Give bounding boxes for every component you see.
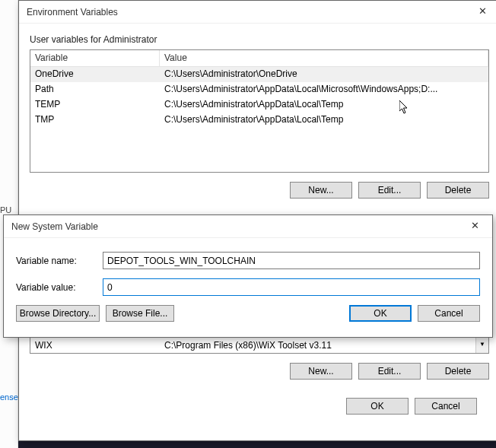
dialog-footer: OK Cancel xyxy=(19,389,496,424)
user-variables-section: User variables for Administrator Variabl… xyxy=(19,24,496,173)
sys-edit-button[interactable]: Edit... xyxy=(358,363,421,380)
browse-file-button[interactable]: Browse File... xyxy=(106,305,174,322)
system-variables-list[interactable]: WIXC:\Program Files (x86)\WiX Toolset v3… xyxy=(30,337,489,354)
titlebar[interactable]: New System Variable ✕ xyxy=(4,215,492,238)
user-edit-button[interactable]: Edit... xyxy=(358,182,421,199)
new-system-variable-dialog: New System Variable ✕ Variable name: Var… xyxy=(3,214,493,338)
user-delete-button[interactable]: Delete xyxy=(427,182,489,199)
cell-value: C:\Users\Administrator\AppData\Local\Tem… xyxy=(160,97,488,113)
table-row[interactable]: TEMPC:\Users\Administrator\AppData\Local… xyxy=(30,97,488,113)
system-button-bar: New... Edit... Delete xyxy=(19,354,496,389)
ok-button[interactable]: OK xyxy=(349,305,412,322)
table-row[interactable]: OneDriveC:\Users\Administrator\OneDrive xyxy=(30,67,488,82)
table-row[interactable]: PathC:\Users\Administrator\AppData\Local… xyxy=(30,82,488,97)
bg-link[interactable]: ense xyxy=(0,392,18,402)
header-value[interactable]: Value xyxy=(160,50,488,66)
cancel-button[interactable]: Cancel xyxy=(418,305,480,322)
list-header[interactable]: Variable Value xyxy=(30,50,488,67)
sys-delete-button[interactable]: Delete xyxy=(427,363,489,380)
user-variables-list[interactable]: Variable Value OneDriveC:\Users\Administ… xyxy=(30,49,489,173)
bg-text: PU xyxy=(0,205,11,214)
sys-row-val[interactable]: C:\Program Files (x86)\WiX Toolset v3.11 xyxy=(160,338,488,352)
variable-value-label: Variable value: xyxy=(16,282,103,293)
sys-new-button[interactable]: New... xyxy=(290,363,352,380)
cell-value: C:\Users\Administrator\OneDrive xyxy=(160,67,488,82)
variable-name-label: Variable name: xyxy=(16,256,103,266)
chevron-down-icon[interactable]: ▼ xyxy=(475,338,488,353)
cell-value: C:\Users\Administrator\AppData\Local\Tem… xyxy=(160,113,488,128)
cell-variable: TEMP xyxy=(30,97,160,113)
dialog-title: New System Variable xyxy=(11,221,457,232)
user-new-button[interactable]: New... xyxy=(290,182,352,199)
variable-name-input[interactable] xyxy=(103,252,480,269)
system-variables-section: WIXC:\Program Files (x86)\WiX Toolset v3… xyxy=(19,337,496,354)
ok-button[interactable]: OK xyxy=(346,398,409,415)
user-button-bar: New... Edit... Delete xyxy=(19,173,496,208)
cell-variable: OneDrive xyxy=(30,67,160,82)
close-icon[interactable]: ✕ xyxy=(465,1,496,24)
titlebar[interactable]: Environment Variables ✕ xyxy=(19,1,496,24)
cell-variable: Path xyxy=(30,82,160,97)
user-section-label: User variables for Administrator xyxy=(30,34,489,45)
close-icon[interactable]: ✕ xyxy=(457,215,492,238)
cancel-button[interactable]: Cancel xyxy=(415,398,477,415)
table-row[interactable]: TMPC:\Users\Administrator\AppData\Local\… xyxy=(30,113,488,128)
variable-value-input[interactable] xyxy=(103,278,480,296)
cell-value: C:\Users\Administrator\AppData\Local\Mic… xyxy=(160,82,488,97)
dialog-title: Environment Variables xyxy=(27,7,465,17)
cell-variable: TMP xyxy=(30,113,160,128)
browse-directory-button[interactable]: Browse Directory... xyxy=(16,305,100,322)
sys-row-var[interactable]: WIX xyxy=(30,338,160,352)
header-variable[interactable]: Variable xyxy=(30,50,160,66)
